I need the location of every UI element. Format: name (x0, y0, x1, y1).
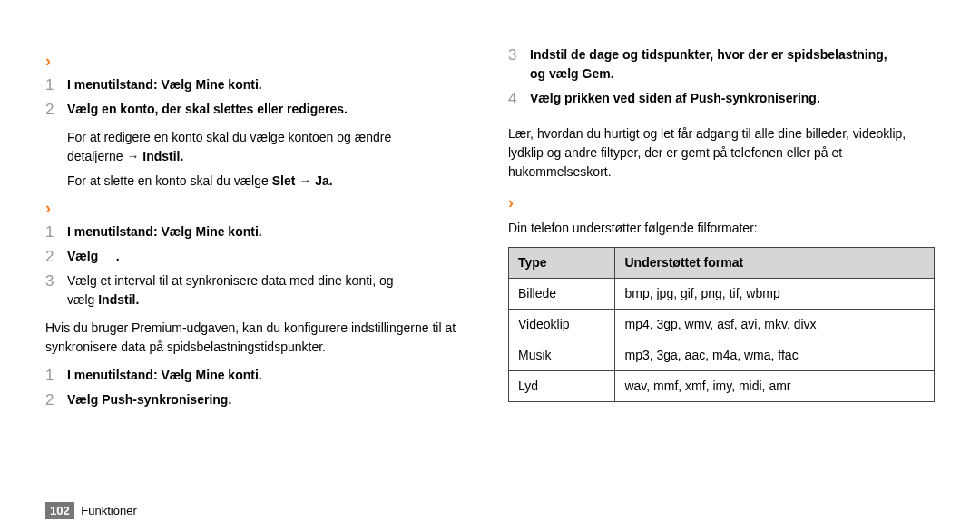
step-bold: Gem. (583, 66, 614, 81)
sub-text: For at slette en konto skal du vælge Sle… (45, 172, 472, 191)
page-footer: 102 Funktioner (45, 504, 137, 517)
step-text: I menutilstand: Vælg (67, 77, 196, 92)
step-number: 1 (45, 364, 54, 388)
step-text: Vælg en konto, der skal slettes eller re… (67, 102, 348, 116)
chevron-icon: › (45, 196, 472, 221)
step-item: 3 Vælg et interval til at synkronisere d… (45, 271, 472, 310)
table-cell: bmp, jpg, gif, png, tif, wbmp (615, 279, 935, 310)
step-bold: Push-synkronisering. (691, 91, 820, 105)
table-cell: Musik (509, 340, 615, 371)
table-header: Type (509, 248, 615, 279)
step-text: . (116, 249, 120, 263)
sub-text: For at redigere en konto skal du vælge k… (45, 128, 472, 166)
line: For at slette en konto skal du vælge (67, 173, 272, 188)
step-text: Indstil de dage og tidspunkter, hvor der… (530, 47, 887, 62)
step-item: 2 Vælg . (45, 247, 472, 266)
right-column: 3 Indstil de dage og tidspunkter, hvor d… (508, 45, 935, 472)
step-number: 1 (45, 74, 54, 97)
step-item: 4 Vælg prikken ved siden af Push-synkron… (508, 89, 935, 108)
step-number: 1 (45, 221, 54, 244)
step-number: 2 (45, 98, 54, 122)
chevron-icon: › (508, 191, 935, 215)
step-bold: Mine konti. (196, 368, 262, 382)
step-bold: Push-synkronisering. (102, 392, 231, 407)
table-row: Billede bmp, jpg, gif, png, tif, wbmp (509, 279, 935, 310)
line: For at redigere en konto skal du vælge k… (67, 130, 391, 144)
step-item: 2 Vælg en konto, der skal slettes eller … (45, 100, 472, 119)
formats-table: Type Understøttet format Billede bmp, jp… (508, 247, 935, 402)
step-item: 2 Vælg Push-synkronisering. (45, 390, 472, 409)
step-bold: Mine konti. (196, 224, 262, 239)
paragraph: Din telefon understøtter følgende filfor… (508, 219, 935, 238)
step-text: Vælg (67, 249, 98, 263)
step-item: 1 I menutilstand: Vælg Mine konti. (45, 75, 472, 94)
paragraph: Lær, hvordan du hurtigt og let får adgan… (508, 124, 935, 182)
page-body: › 1 I menutilstand: Vælg Mine konti. 2 V… (0, 0, 980, 490)
line: detaljerne → (67, 149, 142, 163)
table-cell: Lyd (509, 371, 615, 402)
table-row: Musik mp3, 3ga, aac, m4a, wma, ffac (509, 340, 935, 371)
step-bold: Mine konti. (196, 77, 262, 92)
step-item: 1 I menutilstand: Vælg Mine konti. (45, 366, 472, 385)
steps-block-2: 1 I menutilstand: Vælg Mine konti. 2 Væl… (45, 222, 472, 310)
table-row: Lyd wav, mmf, xmf, imy, midi, amr (509, 371, 935, 402)
left-column: › 1 I menutilstand: Vælg Mine konti. 2 V… (45, 45, 472, 472)
table-cell: mp3, 3ga, aac, m4a, wma, ffac (615, 340, 935, 371)
step-text: Vælg prikken ved siden af (530, 91, 691, 105)
step-text: vælg (67, 292, 98, 307)
table-cell: wav, mmf, xmf, imy, midi, amr (615, 371, 935, 402)
step-text: I menutilstand: Vælg (67, 224, 196, 239)
bold: Indstil. (142, 149, 183, 163)
table-row: Videoklip mp4, 3gp, wmv, asf, avi, mkv, … (509, 310, 935, 340)
steps-block-1: 1 I menutilstand: Vælg Mine konti. 2 Væl… (45, 75, 472, 119)
step-text: I menutilstand: Vælg (67, 368, 196, 382)
step-number: 3 (508, 44, 516, 67)
table-header: Understøttet format (615, 248, 935, 279)
table-header-row: Type Understøttet format (509, 248, 935, 279)
table-cell: Billede (509, 279, 615, 310)
step-text: Vælg et interval til at synkronisere dat… (67, 273, 394, 288)
section-label: Funktioner (81, 504, 136, 517)
steps-block-3: 1 I menutilstand: Vælg Mine konti. 2 Væl… (45, 366, 472, 409)
step-number: 2 (45, 245, 54, 269)
step-text: Vælg (67, 392, 102, 407)
step-text: og vælg (530, 66, 583, 81)
steps-block-4: 3 Indstil de dage og tidspunkter, hvor d… (508, 45, 935, 108)
table-cell: mp4, 3gp, wmv, asf, avi, mkv, divx (615, 310, 935, 340)
step-number: 4 (508, 87, 516, 111)
step-item: 1 I menutilstand: Vælg Mine konti. (45, 222, 472, 241)
step-bold: Indstil. (98, 292, 139, 307)
page-number: 102 (45, 502, 74, 519)
step-item: 3 Indstil de dage og tidspunkter, hvor d… (508, 45, 935, 84)
table-cell: Videoklip (509, 310, 615, 340)
paragraph: Hvis du bruger Premium-udgaven, kan du k… (45, 319, 472, 357)
chevron-icon: › (45, 49, 472, 74)
bold: Slet → Ja. (272, 173, 333, 188)
step-number: 2 (45, 389, 54, 412)
step-number: 3 (45, 270, 54, 293)
